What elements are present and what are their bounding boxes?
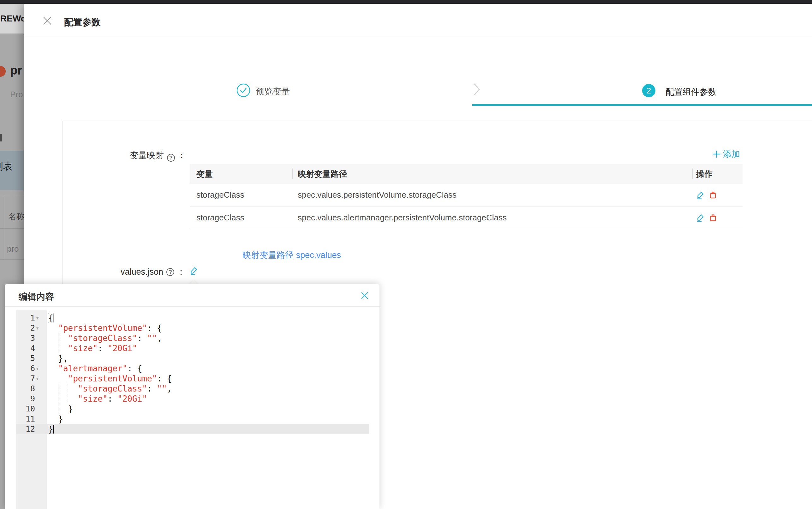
- delete-row-icon[interactable]: [709, 214, 717, 222]
- code-text: "persistentVolume": {: [48, 374, 172, 384]
- modal-header: 配置参数: [24, 4, 812, 37]
- column-header-actions: 操作: [692, 169, 743, 180]
- line-number: 10: [16, 404, 35, 414]
- cell-path: spec.values.alertmanager.persistentVolum…: [292, 213, 692, 223]
- edit-row-icon[interactable]: [697, 191, 705, 199]
- json-punct-token: ,: [157, 333, 162, 343]
- code-line-5[interactable]: 5},: [5, 353, 380, 364]
- json-punct-token: }: [58, 414, 63, 424]
- top-system-bar: [0, 0, 812, 4]
- background-app-icon: [0, 66, 6, 77]
- json-string-token: "storageClass": [68, 333, 137, 343]
- table-row: storageClass spec.values.persistentVolum…: [190, 184, 743, 206]
- close-icon[interactable]: [43, 17, 51, 25]
- column-divider: [292, 169, 293, 179]
- json-string-token: "storageClass": [78, 384, 147, 394]
- background-divider: [0, 228, 24, 229]
- plus-icon: [713, 150, 720, 158]
- active-step-underline: [472, 104, 812, 106]
- background-tab-label: 列表: [0, 160, 13, 173]
- fold-arrow-icon[interactable]: ▾: [36, 374, 46, 384]
- code-line-3[interactable]: 3"storageClass": "",: [5, 333, 380, 343]
- code-line-6[interactable]: 6▾"alertmanager": {: [5, 364, 380, 374]
- code-line-8[interactable]: 8"storageClass": "",: [5, 384, 380, 394]
- code-line-1[interactable]: 1▾{: [5, 313, 380, 323]
- step1-check-icon: [237, 83, 250, 97]
- json-punct-token: ,: [167, 384, 172, 394]
- help-icon[interactable]: ?: [167, 154, 175, 162]
- json-string-token: "": [147, 333, 157, 343]
- line-number: 12: [16, 424, 35, 434]
- text-cursor: [54, 425, 54, 434]
- line-number: 11: [16, 414, 35, 424]
- code-line-4[interactable]: 4"size": "20Gi": [5, 343, 380, 353]
- code-line-11[interactable]: 11}: [5, 414, 380, 424]
- fold-arrow-icon[interactable]: ▾: [36, 313, 46, 323]
- json-string-token: "persistentVolume": [58, 323, 147, 333]
- add-mapping-button[interactable]: 添加: [713, 148, 740, 160]
- background-clipped-glyph: [0, 134, 2, 141]
- json-punct-token: : {: [147, 323, 162, 333]
- code-text: }: [48, 404, 73, 414]
- table-row: storageClass spec.values.alertmanager.pe…: [190, 206, 743, 229]
- code-line-12[interactable]: 12}: [5, 424, 380, 434]
- json-string-token: "20Gi": [108, 344, 137, 353]
- json-punct-token: {: [48, 313, 54, 323]
- line-number: 3: [16, 333, 35, 343]
- json-punct-token: :: [98, 344, 107, 353]
- background-brand-text: REWo: [0, 13, 24, 24]
- json-string-token: "20Gi": [117, 394, 147, 404]
- edit-row-icon[interactable]: [697, 214, 705, 222]
- add-label: 添加: [723, 148, 740, 160]
- step2-label: 配置组件参数: [666, 86, 717, 98]
- code-line-7[interactable]: 7▾"persistentVolume": {: [5, 374, 380, 384]
- json-string-token: "size": [78, 394, 108, 404]
- background-page-title: pr: [10, 64, 22, 77]
- code-text: "storageClass": "",: [48, 333, 162, 343]
- json-punct-token: :: [147, 384, 157, 394]
- json-punct-token: }: [68, 404, 73, 414]
- json-punct-token: },: [58, 354, 68, 363]
- line-number: 9: [16, 394, 35, 404]
- column-divider: [692, 169, 693, 179]
- code-text: {: [48, 313, 54, 323]
- code-line-10[interactable]: 10}: [5, 404, 380, 414]
- mapping-path-link[interactable]: 映射变量路径 spec.values: [243, 249, 341, 261]
- fold-arrow-icon[interactable]: ▾: [36, 323, 46, 333]
- popover-header: 编辑内容: [5, 284, 380, 307]
- code-text: }: [48, 424, 54, 434]
- code-line-2[interactable]: 2▾"persistentVolume": {: [5, 323, 380, 333]
- variable-mapping-label: 变量映射?：: [130, 150, 186, 162]
- modal-title: 配置参数: [64, 16, 101, 29]
- json-string-token: "size": [68, 344, 98, 353]
- code-text: "storageClass": "",: [48, 384, 172, 394]
- column-header-variable: 变量: [190, 169, 292, 180]
- line-number: 7: [16, 374, 35, 384]
- cell-variable: storageClass: [190, 190, 292, 200]
- json-punct-token: :: [137, 333, 147, 343]
- code-text: "alertmanager": {: [48, 364, 142, 374]
- line-number: 5: [16, 353, 35, 364]
- label-colon: ：: [177, 266, 185, 277]
- delete-row-icon[interactable]: [709, 191, 717, 199]
- background-table-border: [5, 196, 5, 259]
- line-number: 8: [16, 384, 35, 394]
- background-page-subtitle: Pro: [10, 90, 23, 99]
- step1-label: 预览变量: [256, 86, 290, 97]
- fold-arrow-icon[interactable]: ▾: [36, 364, 46, 374]
- popover-close-icon[interactable]: [361, 292, 368, 299]
- variable-mapping-table: 变量 映射变量路径 操作 storageClass spec.values.pe…: [190, 164, 743, 229]
- popover-body: 编辑内容 1▾{2▾"persistentVolume": {3"storage…: [5, 284, 380, 509]
- edit-values-json-icon[interactable]: [190, 267, 198, 277]
- help-icon[interactable]: ?: [166, 268, 174, 276]
- code-text: },: [48, 353, 68, 364]
- code-editor[interactable]: 1▾{2▾"persistentVolume": {3"storageClass…: [5, 310, 380, 509]
- code-text: "size": "20Gi": [48, 394, 147, 404]
- code-line-9[interactable]: 9"size": "20Gi": [5, 394, 380, 404]
- background-tab-list: 列表: [0, 150, 24, 191]
- label-colon: ：: [177, 150, 186, 160]
- json-string-token: "alertmanager": [58, 364, 127, 373]
- cell-path: spec.values.persistentVolume.storageClas…: [292, 190, 692, 200]
- code-text: }: [48, 414, 63, 424]
- background-table-header: 名称: [8, 211, 24, 222]
